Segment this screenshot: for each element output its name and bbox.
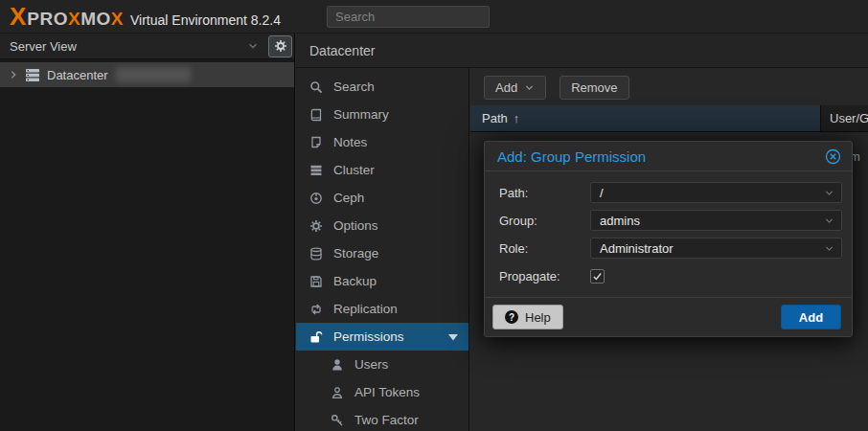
search-icon xyxy=(308,80,324,94)
chevron-down-icon xyxy=(524,82,535,93)
view-selector-label: Server View xyxy=(10,39,77,54)
submit-add-button[interactable]: Add xyxy=(781,305,841,329)
role-value: Administrator xyxy=(600,241,674,256)
path-combobox[interactable]: / xyxy=(590,182,842,203)
propagate-field-row: Propagate: xyxy=(499,265,842,286)
group-field-label: Group: xyxy=(499,214,590,228)
brand-text: PROXMOX xyxy=(27,9,124,30)
ceph-icon xyxy=(308,192,324,205)
dialog-footer: ? Help Add xyxy=(485,297,852,336)
nav-item-search[interactable]: Search xyxy=(296,73,468,101)
propagate-field-label: Propagate: xyxy=(499,269,590,284)
group-combobox[interactable]: admins xyxy=(590,210,842,231)
dialog-title-bar: Add: Group Permission xyxy=(485,142,852,171)
chevron-down-icon xyxy=(824,216,834,226)
role-field-label: Role: xyxy=(499,241,590,256)
nav-item-permissions[interactable]: Permissions xyxy=(296,323,468,351)
group-field-row: Group: admins xyxy=(499,210,842,231)
chevron-right-icon[interactable] xyxy=(8,69,23,80)
nav-item-summary[interactable]: Summary xyxy=(296,101,468,128)
path-value: / xyxy=(600,186,604,200)
page-title: Datacenter xyxy=(309,43,375,58)
floppy-icon xyxy=(308,275,324,288)
database-icon xyxy=(308,247,324,261)
nav-item-replication[interactable]: Replication xyxy=(296,295,468,323)
dialog-title: Add: Group Permission xyxy=(497,148,646,165)
checkmark-icon xyxy=(592,271,603,282)
sort-ascending-icon: ↑ xyxy=(514,111,520,125)
note-icon xyxy=(308,136,324,149)
tree-settings-button[interactable] xyxy=(268,35,292,57)
close-icon xyxy=(825,148,841,165)
caret-down-icon[interactable] xyxy=(447,332,459,342)
proxmox-app: X PROXMOX Virtual Environment 8.2.4 Serv… xyxy=(0,0,868,431)
gear-icon xyxy=(274,39,287,53)
nav-item-two-factor[interactable]: Two Factor xyxy=(296,406,468,431)
datacenter-nav: Search Summary Notes Cluster Ceph Option… xyxy=(296,68,469,431)
user-icon xyxy=(330,358,345,372)
add-group-permission-dialog: Add: Group Permission Path: / Group: adm… xyxy=(484,141,853,337)
remove-button[interactable]: Remove xyxy=(560,76,628,100)
server-icon xyxy=(25,68,40,82)
tree-item-label: Datacenter xyxy=(47,68,108,82)
nav-item-api-tokens[interactable]: API Tokens xyxy=(296,378,468,406)
view-selector[interactable]: Server View xyxy=(0,34,266,58)
chevron-down-icon xyxy=(247,40,259,52)
close-button[interactable] xyxy=(825,148,841,165)
resource-tree: Datacenter xyxy=(0,59,294,87)
chevron-down-icon xyxy=(824,188,834,198)
gear-icon xyxy=(308,219,324,233)
user-outline-icon xyxy=(330,386,345,399)
resource-tree-panel: Server View xyxy=(0,34,295,431)
global-search-input[interactable] xyxy=(327,6,490,28)
cluster-icon xyxy=(308,164,324,177)
view-bar: Server View xyxy=(0,34,294,59)
question-circle-icon: ? xyxy=(505,310,518,324)
help-button[interactable]: ? Help xyxy=(492,305,563,329)
chevron-down-icon xyxy=(824,243,834,254)
sync-arrows-icon xyxy=(308,303,324,316)
redacted-text xyxy=(116,67,191,82)
proxmox-x-icon: X xyxy=(10,4,26,29)
path-field-row: Path: / xyxy=(499,182,842,203)
nav-item-users[interactable]: Users xyxy=(296,351,468,378)
propagate-checkbox[interactable] xyxy=(590,269,605,284)
path-field-label: Path: xyxy=(499,186,590,200)
top-bar: X PROXMOX Virtual Environment 8.2.4 xyxy=(0,0,868,34)
book-icon xyxy=(308,108,324,122)
group-value: admins xyxy=(600,214,640,228)
key-icon xyxy=(330,414,345,427)
role-field-row: Role: Administrator xyxy=(499,238,842,259)
grid-toolbar: Add Remove xyxy=(470,68,868,105)
add-button[interactable]: Add xyxy=(484,76,546,100)
nav-item-cluster[interactable]: Cluster xyxy=(296,156,468,184)
nav-item-backup[interactable]: Backup xyxy=(296,267,468,295)
grid-header: Path ↑ User/G xyxy=(470,105,868,132)
nav-item-notes[interactable]: Notes xyxy=(296,128,468,156)
proxmox-logo: X PROXMOX Virtual Environment 8.2.4 xyxy=(10,4,281,30)
nav-item-options[interactable]: Options xyxy=(296,212,468,239)
content-title-bar: Datacenter xyxy=(296,34,868,68)
column-header-path[interactable]: Path ↑ xyxy=(470,105,821,131)
nav-item-storage[interactable]: Storage xyxy=(296,239,468,267)
column-header-usergroup[interactable]: User/G xyxy=(821,105,868,131)
unlock-icon xyxy=(308,330,324,344)
role-combobox[interactable]: Administrator xyxy=(590,238,842,259)
tree-item-datacenter[interactable]: Datacenter xyxy=(0,62,294,87)
version-text: Virtual Environment 8.2.4 xyxy=(130,12,281,28)
nav-item-ceph[interactable]: Ceph xyxy=(296,184,468,212)
